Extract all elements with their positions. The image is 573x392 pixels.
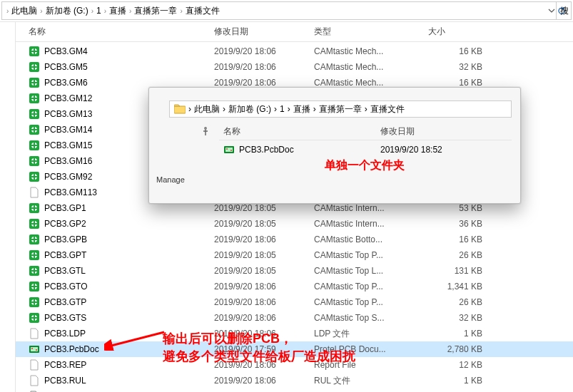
cam-file-icon bbox=[29, 46, 40, 57]
popup-breadcrumb[interactable]: › 此电脑 › 新加卷 (G:) › 1 › 直播 › 直播第一章 › 直播文件 bbox=[169, 100, 512, 118]
chevron-right-icon: › bbox=[288, 104, 290, 114]
popup-column-modified[interactable]: 修改日期 bbox=[380, 125, 509, 138]
chevron-down-icon[interactable] bbox=[548, 7, 555, 14]
breadcrumb-item[interactable]: 直播第一章 bbox=[134, 5, 177, 17]
file-size: 16 KB bbox=[428, 46, 500, 56]
cam-file-icon bbox=[29, 218, 40, 229]
file-size: 2,780 KB bbox=[428, 344, 500, 354]
column-name[interactable]: 名称 bbox=[29, 26, 214, 38]
pcb-file-icon bbox=[29, 344, 40, 355]
annotation-1: 单独一个文件夹 bbox=[325, 158, 405, 173]
popup-file-date: 2019/9/20 18:52 bbox=[380, 145, 509, 155]
column-modified[interactable]: 修改日期 bbox=[214, 26, 314, 38]
file-type: CAMtastic Top L... bbox=[314, 266, 428, 276]
file-row[interactable]: PCB3.GP22019/9/20 18:05CAMtastic Intern.… bbox=[16, 216, 573, 232]
file-size: 12 KB bbox=[428, 360, 500, 370]
cam-file-icon bbox=[29, 281, 40, 292]
file-date: 2019/9/20 18:06 bbox=[214, 62, 314, 72]
file-row[interactable]: PCB3.GTP2019/9/20 18:06CAMtastic Top P..… bbox=[16, 294, 573, 310]
chevron-right-icon: › bbox=[223, 104, 225, 114]
file-size: 53 KB bbox=[428, 203, 500, 213]
breadcrumb-item[interactable]: 1 bbox=[280, 104, 285, 114]
svg-point-43 bbox=[230, 150, 232, 151]
file-date: 2019/9/20 18:05 bbox=[214, 219, 314, 229]
file-size: 1 KB bbox=[428, 329, 500, 339]
file-type: CAMtastic Top S... bbox=[314, 313, 428, 323]
file-size: 16 KB bbox=[428, 234, 500, 244]
popup-row[interactable]: PCB3.PcbDoc 2019/9/20 18:52 bbox=[219, 140, 512, 159]
cam-file-icon bbox=[29, 140, 40, 151]
file-size: 1,341 KB bbox=[428, 282, 500, 292]
file-row[interactable]: PCB3.GM42019/9/20 18:06CAMtastic Mech...… bbox=[16, 43, 573, 59]
file-row[interactable]: PCB3.GTL2019/9/20 18:05CAMtastic Top L..… bbox=[16, 263, 573, 279]
column-type[interactable]: 类型 bbox=[314, 26, 428, 38]
file-row[interactable]: PCB3.GPT2019/9/20 18:05CAMtastic Top P..… bbox=[16, 247, 573, 263]
svg-line-44 bbox=[108, 332, 164, 346]
pcb-file-icon bbox=[223, 144, 235, 155]
file-date: 2019/9/20 18:06 bbox=[214, 282, 314, 292]
cam-file-icon bbox=[29, 93, 40, 104]
file-name: PCB3.GM6 bbox=[44, 78, 88, 88]
chevron-right-icon: › bbox=[91, 7, 93, 15]
file-name: PCB3.REP bbox=[44, 360, 86, 370]
file-type: CAMtastic Mech... bbox=[314, 78, 428, 88]
search-label: 搜 bbox=[560, 5, 569, 17]
breadcrumb-item[interactable]: 新加卷 (G:) bbox=[46, 5, 88, 17]
popup-column-name[interactable]: 名称 bbox=[223, 125, 380, 138]
file-row[interactable]: PCB3.GM52019/9/20 18:06CAMtastic Mech...… bbox=[16, 59, 573, 75]
breadcrumb[interactable]: › 此电脑 › 新加卷 (G:) › 1 › 直播 › 直播第一章 › 直播文件 bbox=[1, 1, 572, 20]
breadcrumb-item[interactable]: 此电脑 bbox=[194, 103, 220, 115]
cam-file-icon bbox=[29, 234, 40, 245]
chevron-right-icon: › bbox=[188, 104, 191, 114]
breadcrumb-item[interactable]: 直播 bbox=[293, 103, 310, 115]
file-row[interactable]: PCB3.GTO2019/9/20 18:06CAMtastic Top P..… bbox=[16, 279, 573, 294]
file-type: CAMtastic Intern... bbox=[314, 219, 428, 229]
chevron-right-icon: › bbox=[129, 7, 131, 15]
svg-point-42 bbox=[226, 148, 228, 150]
chevron-right-icon: › bbox=[365, 104, 367, 114]
cam-file-icon bbox=[29, 312, 40, 324]
breadcrumb-item[interactable]: 此电脑 bbox=[11, 5, 37, 17]
file-type: CAMtastic Top P... bbox=[314, 297, 428, 307]
file-type: CAMtastic Top P... bbox=[314, 282, 428, 292]
file-name: PCB3.GTP bbox=[44, 297, 86, 307]
file-size: 26 KB bbox=[428, 250, 500, 260]
file-size: 131 KB bbox=[428, 266, 500, 276]
file-size: 1 KB bbox=[428, 376, 500, 386]
file-name: PCB3.GM14 bbox=[44, 125, 92, 135]
popup-window: › 此电脑 › 新加卷 (G:) › 1 › 直播 › 直播第一章 › 直播文件… bbox=[148, 87, 521, 204]
svg-rect-35 bbox=[31, 347, 38, 351]
blank-file-icon bbox=[29, 328, 40, 339]
column-size[interactable]: 大小 bbox=[428, 26, 500, 38]
breadcrumb-item[interactable]: 直播 bbox=[109, 5, 126, 17]
chevron-right-icon: › bbox=[40, 7, 42, 15]
chevron-right-icon: › bbox=[104, 7, 106, 15]
file-row[interactable]: PCB3.RUL2019/9/20 18:06RUL 文件1 KB bbox=[16, 373, 573, 388]
file-name: PCB3.PcbDoc bbox=[44, 344, 99, 354]
file-row[interactable]: PCB3.GPB2019/9/20 18:06CAMtastic Botto..… bbox=[16, 232, 573, 247]
file-row[interactable]: PCB3.GTS2019/9/20 18:06CAMtastic Top S..… bbox=[16, 310, 573, 326]
file-name: PCB3.RUL bbox=[44, 376, 86, 386]
file-name: PCB3.GM113 bbox=[44, 187, 97, 197]
file-size: 36 KB bbox=[428, 219, 500, 229]
breadcrumb-item[interactable]: 直播文件 bbox=[370, 103, 405, 115]
file-name: PCB3.GM16 bbox=[44, 156, 92, 166]
breadcrumb-item[interactable]: 直播第一章 bbox=[319, 103, 362, 115]
file-name: PCB3.GTO bbox=[44, 282, 87, 292]
breadcrumb-item[interactable]: 1 bbox=[96, 6, 101, 16]
breadcrumb-item[interactable]: 新加卷 (G:) bbox=[228, 103, 271, 115]
svg-point-36 bbox=[31, 348, 33, 349]
file-name: PCB3.GM13 bbox=[44, 109, 92, 119]
file-name: PCB3.LDP bbox=[44, 329, 86, 339]
file-date: 2019/9/20 18:06 bbox=[214, 376, 314, 386]
blank-file-icon bbox=[29, 359, 40, 371]
blank-file-icon bbox=[29, 375, 40, 386]
chevron-right-icon: › bbox=[180, 7, 182, 15]
cam-file-icon bbox=[29, 61, 40, 73]
svg-point-37 bbox=[36, 349, 37, 351]
breadcrumb-item[interactable]: 直播文件 bbox=[186, 5, 220, 17]
search-button[interactable]: 搜 bbox=[556, 1, 572, 20]
file-row[interactable]: PCB3.TXT2019/9/20 18:06文本文档11 KB bbox=[16, 388, 573, 392]
pin-icon[interactable] bbox=[152, 126, 215, 138]
annotation-2-line2: 避免多个类型文件给板厂造成困扰 bbox=[163, 348, 355, 366]
